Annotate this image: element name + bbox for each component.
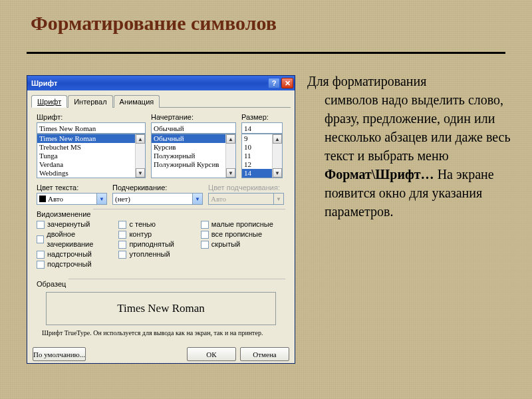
chevron-down-icon[interactable]: ▼	[96, 194, 106, 204]
tab-animation[interactable]: Анимация	[114, 95, 160, 108]
style-option[interactable]: Полужирный	[152, 152, 235, 160]
check-shadow[interactable]: с тенью	[118, 219, 200, 229]
description-text: Для форматирования символов надо выделит…	[307, 72, 513, 221]
underline-combo[interactable]: (нет) ▼	[112, 193, 203, 205]
checkbox-icon	[201, 241, 209, 249]
check-label: контур	[129, 229, 152, 239]
tab-font[interactable]: Шрифт	[31, 95, 67, 108]
style-option[interactable]: Обычный	[152, 134, 235, 143]
scroll-down-icon[interactable]: ▼	[226, 168, 235, 178]
color-label: Цвет текста:	[37, 184, 107, 192]
check-label: приподнятый	[129, 239, 174, 249]
underline-color-combo: Авто ▼	[208, 193, 284, 205]
check-label: зачеркнутый	[47, 219, 90, 229]
chevron-down-icon: ▼	[273, 194, 283, 204]
chevron-down-icon[interactable]: ▼	[192, 194, 202, 204]
underline-label: Подчеркивание:	[112, 184, 203, 192]
checkbox-icon	[37, 235, 44, 243]
tab-interval[interactable]: Интервал	[68, 95, 112, 108]
font-option[interactable]: Times New Roman	[37, 134, 145, 143]
color-value: Авто	[48, 195, 63, 203]
checkbox-icon	[201, 221, 209, 229]
style-label: Начертание:	[151, 113, 236, 121]
checkbox-icon	[118, 231, 126, 239]
size-input[interactable]	[241, 122, 283, 134]
scroll-down-icon[interactable]: ▼	[273, 168, 282, 178]
dialog-title: Шрифт	[31, 79, 267, 87]
check-outline[interactable]: контур	[118, 229, 200, 239]
check-smallcaps[interactable]: малые прописные	[201, 219, 283, 229]
modifications-label: Видоизменение	[37, 210, 90, 218]
check-sub[interactable]: подстрочный	[37, 259, 118, 269]
font-option[interactable]: Tunga	[37, 152, 145, 160]
checkbox-icon	[37, 261, 45, 269]
checkbox-icon	[37, 251, 45, 259]
ok-button[interactable]: ОК	[187, 347, 236, 361]
help-button[interactable]: ?	[268, 78, 280, 88]
checkbox-icon	[118, 221, 126, 229]
desc-line2: символов надо выделить слово, фразу, пре…	[325, 92, 511, 163]
checkbox-icon	[201, 231, 209, 239]
style-listbox[interactable]: Обычный Курсив Полужирный Полужирный Кур…	[151, 134, 236, 178]
color-combo[interactable]: Авто ▼	[37, 193, 107, 205]
check-strike[interactable]: зачеркнутый	[37, 219, 118, 229]
font-listbox[interactable]: Times New Roman Trebuchet MS Tunga Verda…	[37, 134, 146, 178]
panel: Шрифт: Times New Roman Trebuchet MS Tung…	[31, 108, 291, 340]
modifications-group: зачеркнутый двойное зачеркивание надстро…	[37, 219, 285, 269]
check-engrave[interactable]: утопленный	[118, 249, 200, 259]
check-allcaps[interactable]: все прописные	[201, 229, 283, 239]
divider	[68, 279, 285, 279]
desc-bold: Формат\Шрифт…	[325, 167, 434, 182]
font-input[interactable]	[37, 122, 146, 134]
sample-preview: Times New Roman	[46, 292, 276, 325]
check-label: подстрочный	[47, 259, 92, 269]
style-option[interactable]: Полужирный Курсив	[152, 160, 235, 169]
check-label: надстрочный	[47, 249, 92, 259]
check-emboss[interactable]: приподнятый	[118, 239, 200, 249]
size-label: Размер:	[241, 113, 283, 121]
underline-color-value: Авто	[209, 194, 273, 204]
size-listbox[interactable]: 9 10 11 12 14 ▲ ▼	[241, 134, 283, 178]
scroll-up-icon[interactable]: ▲	[226, 134, 235, 144]
check-label: с тенью	[129, 219, 156, 229]
scroll-down-icon[interactable]: ▼	[136, 168, 145, 178]
scroll-up-icon[interactable]: ▲	[136, 134, 145, 144]
check-dblstrike[interactable]: двойное зачеркивание	[37, 229, 118, 249]
scroll-up-icon[interactable]: ▲	[273, 134, 282, 144]
font-dialog: Шрифт ? ✕ Шрифт Интервал Анимация Шрифт:…	[27, 75, 295, 364]
color-swatch-icon	[39, 196, 46, 202]
check-label: утопленный	[129, 249, 170, 259]
cancel-button[interactable]: Отмена	[240, 347, 289, 361]
check-label: двойное зачеркивание	[47, 229, 118, 249]
slide-title: Форматирование символов	[31, 12, 277, 35]
default-button[interactable]: По умолчанию...	[33, 347, 86, 361]
desc-line1: Для форматирования	[307, 74, 426, 88]
check-label: скрытый	[211, 239, 240, 249]
font-option[interactable]: Verdana	[37, 160, 145, 169]
divider	[27, 52, 505, 54]
divider	[93, 209, 285, 209]
scrollbar[interactable]: ▲ ▼	[135, 134, 145, 178]
style-option[interactable]: Курсив	[152, 143, 235, 152]
font-label: Шрифт:	[37, 113, 146, 121]
check-super[interactable]: надстрочный	[37, 249, 118, 259]
underline-value: (нет)	[113, 194, 192, 204]
font-option[interactable]: Trebuchet MS	[37, 143, 145, 152]
titlebar[interactable]: Шрифт ? ✕	[27, 76, 295, 90]
tabs: Шрифт Интервал Анимация	[31, 94, 291, 108]
style-input[interactable]	[151, 122, 236, 134]
checkbox-icon	[37, 221, 45, 229]
checkbox-icon	[118, 251, 126, 259]
close-button[interactable]: ✕	[281, 78, 293, 88]
hint-text: Шрифт TrueType. Он используется для выво…	[37, 328, 285, 338]
font-option[interactable]: Webdings	[37, 169, 145, 178]
button-bar: По умолчанию... ОК Отмена	[27, 344, 295, 366]
check-hidden[interactable]: скрытый	[201, 239, 283, 249]
scrollbar[interactable]: ▲ ▼	[272, 134, 282, 178]
scrollbar[interactable]: ▲ ▼	[225, 134, 235, 178]
underline-color-label: Цвет подчеркивания:	[208, 184, 284, 192]
check-label: все прописные	[211, 229, 262, 239]
sample-label: Образец	[37, 280, 66, 288]
checkbox-icon	[118, 241, 126, 249]
tab-font-label: Шрифт	[37, 98, 61, 106]
